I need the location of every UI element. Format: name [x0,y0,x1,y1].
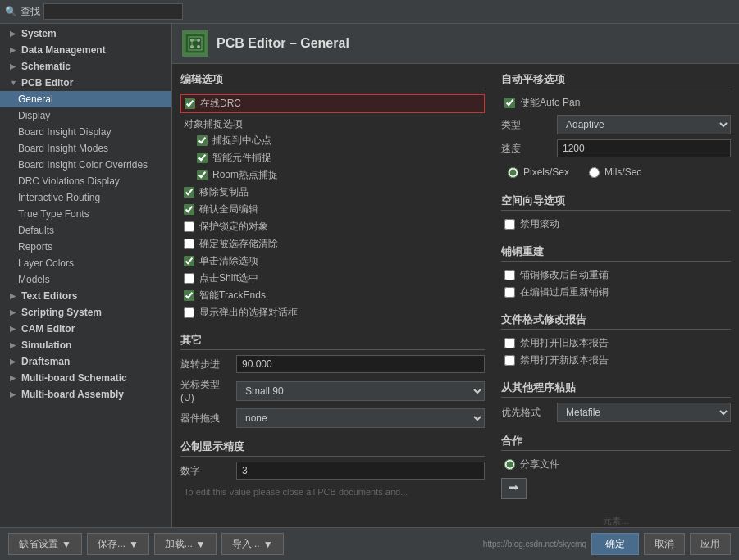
sidebar-label-models: Models [18,274,50,285]
sidebar-label-system: System [21,28,57,39]
sidebar-item-data-management[interactable]: ▶ Data Management [0,42,171,58]
section-file-format-report: 文件格式修改报告 禁用打开旧版本报告 禁用打开新版本报告 [501,312,731,369]
remove-duplicate-label: 移除复制品 [199,185,249,199]
right-panel: PCB Editor – General 编辑选项 在线DRC [172,24,739,527]
sidebar-item-pcb-editor[interactable]: ▼ PCB Editor [0,75,171,91]
ok-button[interactable]: 确定 [591,533,639,555]
sidebar-item-multi-board-schematic[interactable]: ▶ Multi-board Schematic [0,370,171,386]
sidebar-item-text-editors[interactable]: ▶ Text Editors [0,288,171,304]
sidebar-item-interactive-routing[interactable]: Interactive Routing [0,189,171,206]
sidebar-item-defaults[interactable]: Defaults [0,222,171,239]
disable-open-new-checkbox[interactable] [504,355,515,366]
import-button[interactable]: 导入... ▼ [221,533,284,555]
single-click-clear-checkbox[interactable] [184,256,194,266]
preferred-format-select[interactable]: Metafile Text Bitmap [557,403,731,422]
section-copper-pour-title: 铺铜重建 [501,244,731,262]
sidebar-item-simulation[interactable]: ▶ Simulation [0,337,171,353]
sidebar-item-draftsman[interactable]: ▶ Draftsman [0,353,171,370]
sidebar-item-schematic[interactable]: ▶ Schematic [0,58,171,75]
show-popup-dialog-row: 显示弹出的选择对话框 [180,304,485,321]
sidebar-item-general[interactable]: General [0,91,171,107]
import-arrow-icon: ▼ [263,539,273,550]
click-shift-select-label: 点击Shift选中 [199,271,258,285]
snap-center-row: 捕捉到中心点 [180,132,485,149]
room-hotspot-snap-checkbox[interactable] [197,170,208,180]
component-drag-label: 器件拖拽 [180,412,230,426]
show-popup-dialog-label: 显示弹出的选择对话框 [199,306,298,320]
rotation-step-input[interactable] [236,355,485,373]
disable-scroll-label: 禁用滚动 [520,217,559,231]
online-drc-checkbox[interactable] [185,98,195,109]
svg-point-5 [197,45,200,48]
share-file-radio-row: 分享文件 [501,456,731,473]
panel-title: PCB Editor – General [217,36,349,51]
search-input[interactable] [43,3,183,20]
save-button[interactable]: 保存... ▼ [87,533,149,555]
enable-auto-pan-label: 使能Auto Pan [520,96,580,110]
sidebar-label-display: Display [18,110,50,121]
sidebar-item-board-insight-modes[interactable]: Board Insight Modes [0,140,171,157]
smart-track-ends-row: 智能TrackEnds [180,287,485,304]
sidebar-item-cam-editor[interactable]: ▶ CAM Editor [0,321,171,337]
share-file-radio[interactable] [504,459,515,470]
repour-on-exit-row: 在编辑过后重新铺铜 [501,284,731,301]
sidebar-item-display[interactable]: Display [0,107,171,124]
section-dimension-title: 公制显示精度 [180,439,485,457]
cancel-button[interactable]: 取消 [644,533,685,555]
confirm-global-edit-checkbox[interactable] [184,204,194,215]
smart-track-ends-checkbox[interactable] [184,290,194,301]
section-collaboration-title: 合作 [501,434,731,451]
cancel-label: 取消 [655,537,674,551]
sidebar-item-board-insight-display[interactable]: Board Insight Display [0,124,171,140]
disable-open-old-checkbox[interactable] [504,338,515,348]
smart-component-snap-checkbox[interactable] [197,153,208,163]
speed-input[interactable] [557,139,731,157]
mils-sec-radio[interactable] [589,167,600,178]
snap-center-checkbox[interactable] [197,135,208,146]
sidebar-item-board-insight-color-overrides[interactable]: Board Insight Color Overrides [0,157,171,173]
arrow-icon: ▶ [10,325,18,333]
sidebar-label-multi-board-schematic: Multi-board Schematic [21,372,127,384]
sidebar-item-scripting-system[interactable]: ▶ Scripting System [0,304,171,321]
confirm-save-clear-checkbox[interactable] [184,239,194,249]
load-button[interactable]: 加载... ▼ [154,533,217,555]
sidebar-item-true-type-fonts[interactable]: True Type Fonts [0,206,171,222]
repour-on-exit-checkbox[interactable] [504,287,515,298]
pixels-sex-radio[interactable] [508,167,518,178]
sidebar-item-multi-board-assembly[interactable]: ▶ Multi-board Assembly [0,386,171,403]
arrow-icon: ▼ [10,79,18,87]
sidebar-item-models[interactable]: Models [0,271,171,288]
online-drc-label: 在线DRC [200,97,241,111]
component-drag-select[interactable]: none Connected Tracks [236,408,485,428]
sidebar-item-reports[interactable]: Reports [0,239,171,255]
protect-locked-checkbox[interactable] [184,221,194,232]
cursor-type-select[interactable]: Small 90 Large 90 Small 45 [236,381,485,401]
arrow-icon: ▶ [10,357,18,366]
disable-open-new-row: 禁用打开新版本报告 [501,352,731,369]
speed-label: 速度 [501,142,550,156]
unit-radio-row: Pixels/Sex Mils/Sec [501,162,731,182]
sidebar-item-drc-violations-display[interactable]: DRC Violations Display [0,173,171,189]
auto-repour-checkbox[interactable] [504,270,515,280]
defaults-arrow-icon: ▼ [62,539,71,550]
disable-scroll-checkbox[interactable] [504,219,515,230]
sidebar-item-layer-colors[interactable]: Layer Colors [0,255,171,271]
click-shift-select-checkbox[interactable] [184,273,194,284]
protect-locked-label: 保护锁定的对象 [199,220,268,234]
defaults-button[interactable]: 缺省设置 ▼ [8,533,82,555]
collab-button[interactable]: ⮕ [501,478,527,499]
sidebar-label-draftsman: Draftsman [21,356,70,367]
digits-input[interactable] [236,462,485,480]
section-collaboration: 合作 分享文件 ⮕ [501,434,731,499]
repour-on-exit-label: 在编辑过后重新铺铜 [520,285,609,299]
sidebar-item-system[interactable]: ▶ System [0,25,171,42]
enable-auto-pan-checkbox[interactable] [504,98,515,108]
snap-center-label: 捕捉到中心点 [212,134,271,148]
show-popup-dialog-checkbox[interactable] [184,307,194,318]
save-label: 保存... [98,537,125,551]
auto-repour-row: 铺铜修改后自动重铺 [501,266,731,284]
remove-duplicate-checkbox[interactable] [184,187,194,198]
apply-button[interactable]: 应用 [690,533,731,555]
type-select[interactable]: Adaptive Fixed Ballistic [557,115,731,134]
single-click-clear-label: 单击清除选项 [199,254,258,268]
